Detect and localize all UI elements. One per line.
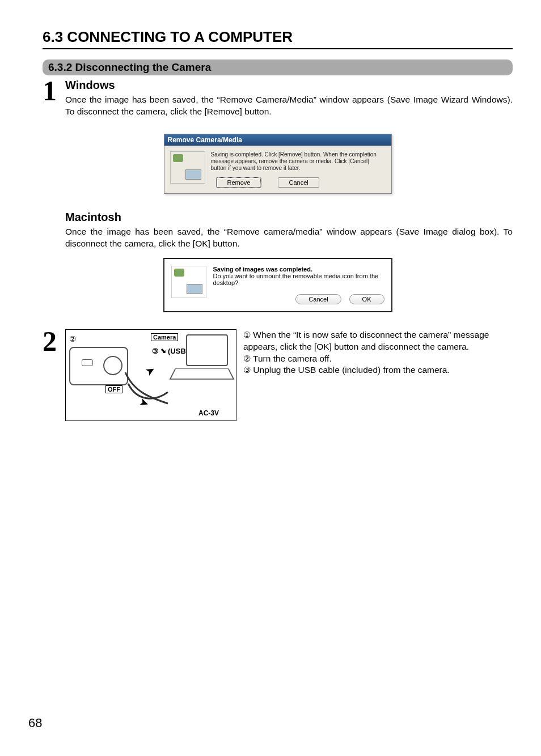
off-label: OFF [105, 385, 122, 393]
list-marker-2: ② [243, 353, 251, 364]
windows-cancel-button[interactable]: Cancel [278, 177, 319, 188]
mac-ok-button[interactable]: OK [349, 294, 384, 304]
list-marker-1: ① [243, 329, 251, 341]
subsection-heading: 6.3.2 Disconnecting the Camera [43, 60, 513, 75]
laptop-illustration [169, 334, 231, 385]
windows-remove-button[interactable]: Remove [217, 177, 261, 188]
step2-item-2-text: Turn the camera off. [253, 354, 332, 363]
step2-item-3-text: Unplug the USB cable (included) from the… [253, 365, 449, 375]
camera-illustration [69, 347, 128, 385]
mac-heading: Macintosh [65, 211, 513, 224]
windows-dialog-title: Remove Camera/Media [164, 134, 391, 146]
mac-dialog: Saving of images was completed. Do you w… [163, 258, 392, 312]
windows-dialog: Remove Camera/Media Saving is completed.… [164, 134, 392, 194]
mac-dialog-line2: Do you want to unmount the removable med… [213, 273, 384, 286]
step-number-2: 2 [43, 329, 65, 354]
windows-body: Once the image has been saved, the “Remo… [65, 94, 513, 118]
step2-item-2: ② Turn the camera off. [243, 353, 513, 365]
mac-dialog-line1: Saving of images was completed. [213, 266, 384, 273]
windows-dialog-message: Saving is completed. Click [Remove] butt… [211, 151, 386, 172]
step2-item-3: ③ Unplug the USB cable (included) from t… [243, 364, 513, 376]
step2-figure: ② OFF Camera ③ ⬊ (USB)socket [65, 329, 236, 421]
windows-dialog-icon [170, 151, 205, 184]
step2-item-1-text: When the “It is now safe to disconnect t… [243, 330, 489, 351]
step-number-1: 1 [43, 79, 65, 103]
list-marker-3: ③ [243, 364, 251, 376]
page-number: 68 [28, 716, 42, 730]
section-title: 6.3 CONNECTING TO A COMPUTER [43, 28, 513, 46]
step2-item-1: ① When the “It is now safe to disconnect… [243, 329, 513, 353]
mac-cancel-button[interactable]: Cancel [295, 294, 341, 304]
mac-dialog-icon [171, 266, 206, 298]
ac-adapter-label: AC-3V [198, 409, 219, 417]
usb-icon: ⬊ [160, 347, 166, 355]
mac-body: Once the image has been saved, the “Remo… [65, 226, 513, 250]
section-underline [43, 48, 513, 49]
windows-heading: Windows [65, 79, 513, 92]
figure-marker-3-num: ③ [152, 347, 159, 355]
figure-marker-2: ② [69, 334, 77, 343]
